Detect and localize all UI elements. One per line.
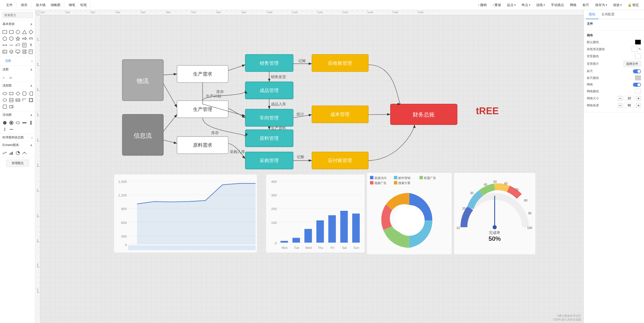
fc-shape-3[interactable] <box>15 91 21 96</box>
rect-shape[interactable] <box>2 29 8 35</box>
save-btn[interactable]: 保存 <box>19 2 29 8</box>
grid-angle-minus[interactable]: − <box>618 103 623 108</box>
fc-shape-2[interactable] <box>9 91 14 96</box>
start-point-btn[interactable]: 起点 ▾ <box>505 2 518 8</box>
bidirectional-arrow[interactable] <box>2 42 8 48</box>
grid-size-input[interactable] <box>624 96 635 101</box>
pie-chart-icon[interactable] <box>15 150 21 156</box>
double-arrow-shape[interactable] <box>28 36 34 41</box>
monitor-shape[interactable] <box>15 49 21 54</box>
line-chart-icon[interactable] <box>2 150 8 156</box>
text-shape[interactable]: T <box>28 42 34 48</box>
grid-angle-plus[interactable]: + <box>636 103 641 108</box>
fc-shape-12[interactable] <box>9 104 14 109</box>
circle-shape[interactable] <box>15 29 21 35</box>
note-shape[interactable] <box>28 49 34 54</box>
sequence-header[interactable]: 时序图和状态图 › <box>0 134 35 141</box>
act-shape-2[interactable] <box>9 120 14 126</box>
svg-text:0: 0 <box>125 243 127 247</box>
swim-header[interactable]: 泳图 ∧ <box>0 66 35 73</box>
fc-shape-10[interactable] <box>28 97 34 103</box>
pentagon-shape[interactable] <box>2 36 8 41</box>
grid-size-minus[interactable]: − <box>618 96 623 101</box>
zoom-level-btn[interactable]: 缩放 ▾ <box>611 2 624 8</box>
act-shape-6[interactable] <box>2 127 8 132</box>
grid-angle-input[interactable] <box>624 103 635 108</box>
line-btn[interactable]: 连线 ▾ <box>534 2 547 8</box>
rounded-rect-shape[interactable] <box>9 29 14 35</box>
hexagon-shape[interactable] <box>9 36 14 41</box>
file-menu[interactable]: 文件 <box>4 2 15 8</box>
ruler-color-swatch[interactable] <box>635 75 641 80</box>
diamond-shape[interactable] <box>28 29 34 35</box>
server-shape[interactable] <box>22 49 27 54</box>
magnifier-btn[interactable]: 放大镜 <box>34 2 48 8</box>
ruler-color-row: 标尺颜色 <box>587 75 641 80</box>
star-shape[interactable] <box>15 36 21 41</box>
echarts-section: Echarts图表 ∧ <box>0 141 35 158</box>
svg-text:20: 20 <box>462 207 466 210</box>
fc-shape-8[interactable] <box>15 97 21 103</box>
minus-shape[interactable] <box>9 42 14 48</box>
search-input[interactable] <box>2 12 33 18</box>
fc-shape-6[interactable] <box>2 97 8 103</box>
fc-shape-7[interactable] <box>9 97 14 103</box>
svg-text:200: 200 <box>37 63 39 66</box>
ruler-toggle[interactable] <box>633 69 641 73</box>
triangle-shape[interactable] <box>22 29 27 35</box>
ruler-top: 1502503504505506507508509501050115012501… <box>40 10 584 15</box>
grid-btn[interactable]: 网格 <box>567 2 579 8</box>
bg-color-swatch[interactable] <box>635 54 641 59</box>
act-shape-1[interactable] <box>2 120 8 126</box>
grid-size-plus[interactable]: + <box>636 96 641 101</box>
swim-shape-1[interactable]: ≡ <box>2 75 8 80</box>
save-as-btn[interactable]: 保存为 ▾ <box>593 2 610 8</box>
lock-btn[interactable]: 🔒 锁定 <box>625 2 641 8</box>
activity-header[interactable]: 活动图 ∧ <box>0 111 35 119</box>
act-shape-4[interactable] <box>22 120 27 126</box>
arrow-right-shape[interactable] <box>22 36 27 41</box>
thumbnail-btn[interactable]: 缩略图 <box>49 2 62 8</box>
undo-btn[interactable]: ‹ 撤销 <box>476 2 489 8</box>
manual-anchor-btn[interactable]: 手动插点 <box>548 2 566 8</box>
svg-text:1450: 1450 <box>368 11 373 14</box>
pencil-btn[interactable]: 铅笔 <box>78 2 89 8</box>
redo-btn[interactable]: › 重做 <box>490 2 504 8</box>
tab-diagram[interactable]: 图纸 <box>586 10 598 19</box>
canvas-content[interactable]: 物流 信息流 生产需求 原料需求 生产管理 销售管理 <box>40 15 584 323</box>
fc-shape-4[interactable] <box>22 91 27 96</box>
manage-elements-btn[interactable]: 管理图元 <box>6 160 29 167</box>
canvas-area[interactable]: 1502503504505506507508509501050115012501… <box>35 10 584 323</box>
default-color-swatch[interactable] <box>635 40 641 45</box>
flowchart-header[interactable]: 流程图 ∧ <box>0 82 35 89</box>
select-file-btn[interactable]: 选择文件 <box>623 61 641 67</box>
act-shape-3[interactable] <box>15 120 21 126</box>
image-shape[interactable] <box>2 49 8 54</box>
svg-rect-36 <box>30 99 32 101</box>
brush-fill-swatch[interactable] <box>632 47 638 52</box>
cloud-shape[interactable] <box>15 42 21 48</box>
fc-shape-1[interactable] <box>2 91 8 96</box>
svg-text:90: 90 <box>528 212 532 215</box>
swim-shape-2[interactable]: ⊟ <box>9 75 14 80</box>
fc-shape-9[interactable] <box>22 97 27 103</box>
echarts-header[interactable]: Echarts图表 ∧ <box>0 141 35 149</box>
act-shape-7[interactable] <box>9 127 14 132</box>
grid-color-swatch[interactable] <box>635 89 641 94</box>
edit-icon[interactable]: ✎ <box>638 47 641 51</box>
cube-shape[interactable] <box>9 49 14 54</box>
gauge-chart-icon[interactable] <box>22 150 27 156</box>
flow-header[interactable]: 流图 › <box>0 56 35 66</box>
fc-shape-5[interactable] <box>28 91 34 96</box>
document-shape[interactable] <box>22 42 27 48</box>
fc-shape-11[interactable] <box>2 104 8 109</box>
svg-text:10: 10 <box>456 226 460 230</box>
pen-btn[interactable]: 钢笔 <box>67 2 77 8</box>
basic-shapes-header[interactable]: 基本形状 ∧ <box>0 20 35 28</box>
bar-chart-icon[interactable] <box>9 150 14 156</box>
ruler-btn[interactable]: 标尺 <box>580 2 592 8</box>
tab-global-config[interactable]: 全局配置 <box>598 10 618 19</box>
end-point-btn[interactable]: 终点 ▾ <box>519 2 533 8</box>
grid-toggle[interactable] <box>633 83 641 87</box>
act-shape-5[interactable] <box>28 120 34 126</box>
